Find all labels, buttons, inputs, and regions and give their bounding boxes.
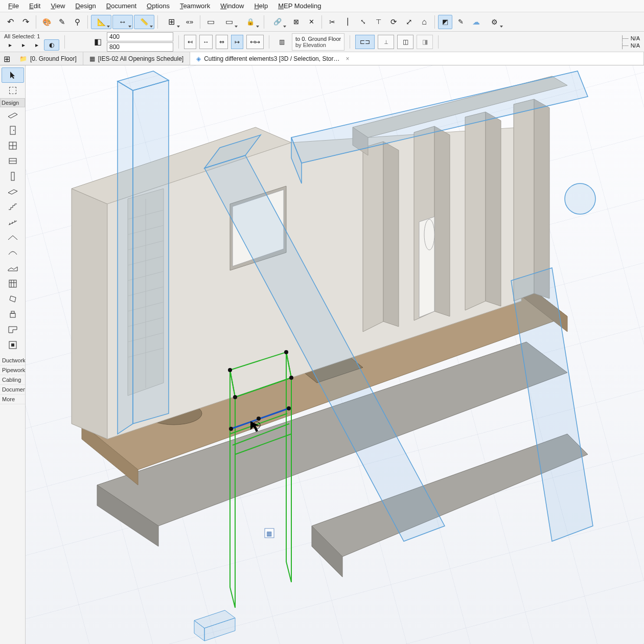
story-icon-button[interactable]: ▥: [274, 35, 289, 49]
opening-tool[interactable]: [2, 337, 24, 353]
svg-marker-47: [383, 142, 399, 327]
separator: [87, 15, 88, 29]
zone-tool[interactable]: [2, 322, 24, 337]
filter-button-1[interactable]: ▸: [4, 39, 16, 51]
menu-document[interactable]: Document: [101, 1, 142, 11]
grid-snap-button[interactable]: [161, 15, 181, 29]
geometry-method-4[interactable]: ◨: [417, 35, 433, 49]
svg-rect-13: [11, 311, 14, 313]
width-input[interactable]: 400: [107, 32, 173, 41]
flip-button[interactable]: ↤↦: [246, 35, 264, 49]
geometry-method-1[interactable]: ⊏⊐: [355, 35, 375, 49]
door-tool[interactable]: [2, 123, 24, 138]
slab-tool[interactable]: [2, 184, 24, 199]
filter-button-4[interactable]: ◐: [44, 39, 59, 51]
toolbox-ductwork[interactable]: Ductwork: [0, 356, 25, 365]
curtainwall-tool[interactable]: [2, 276, 24, 291]
wall-tool[interactable]: [2, 107, 24, 123]
status-a: N/A: [631, 35, 640, 41]
ruler-button[interactable]: [91, 15, 111, 29]
home-button[interactable]: [417, 15, 431, 29]
menu-edit[interactable]: Edit: [24, 1, 45, 11]
beam-tool[interactable]: [2, 169, 24, 184]
menu-help[interactable]: Help: [249, 1, 273, 11]
lock-button[interactable]: 🔒: [240, 15, 261, 29]
menu-view[interactable]: View: [45, 1, 70, 11]
geometry-method-3[interactable]: ◫: [397, 35, 413, 49]
toolbox-cabling[interactable]: Cabling: [0, 375, 25, 385]
align-left-button[interactable]: ↤: [184, 35, 196, 49]
marquee-tool[interactable]: [2, 83, 24, 98]
trim-button[interactable]: [325, 15, 339, 29]
svg-point-74: [233, 395, 237, 399]
break-button[interactable]: ✕: [304, 15, 318, 29]
stair-tool[interactable]: [2, 199, 24, 215]
tab-label: [IES-02 All Openings Schedule]: [98, 55, 183, 62]
svg-marker-45: [465, 112, 486, 310]
3d-viewport[interactable]: ▦: [26, 65, 644, 644]
box-button[interactable]: [203, 15, 218, 29]
railing-tool[interactable]: [2, 215, 24, 230]
filter-button-2[interactable]: ▸: [17, 39, 30, 51]
box-dropdown[interactable]: [219, 15, 239, 29]
menu-file[interactable]: File: [3, 1, 24, 11]
link-button[interactable]: [267, 15, 288, 29]
undo-button[interactable]: [3, 15, 17, 29]
measure-icon: «»: [186, 18, 193, 26]
redo-button[interactable]: [18, 15, 33, 29]
column-tool[interactable]: [2, 153, 24, 169]
morph-tool[interactable]: [2, 291, 24, 307]
align-both-button[interactable]: ⇔: [216, 35, 228, 49]
rotate-button[interactable]: [386, 15, 401, 29]
toolbox-document[interactable]: Document: [0, 385, 25, 395]
split-button[interactable]: ⎮: [340, 15, 355, 29]
snap-button[interactable]: [112, 15, 133, 29]
measure-button[interactable]: «»: [182, 15, 197, 29]
mesh-tool[interactable]: [2, 261, 24, 276]
roof-tool[interactable]: [2, 230, 24, 245]
tab-grid-button[interactable]: [0, 52, 13, 65]
menu-teamwork[interactable]: Teamwork: [175, 1, 215, 11]
svg-point-77: [257, 417, 261, 421]
svg-point-72: [284, 350, 288, 354]
dropdown-caret-icon: [177, 26, 180, 28]
arrow-tool[interactable]: [2, 67, 24, 83]
geometry-method-2[interactable]: ⟂: [378, 35, 394, 49]
tab-schedule[interactable]: ▦ [IES-02 All Openings Schedule]: [83, 52, 190, 65]
cloud-button[interactable]: [469, 15, 483, 29]
align-right-button[interactable]: ↦: [231, 35, 243, 49]
resize-button[interactable]: [402, 15, 416, 29]
align-center-button[interactable]: ↔: [199, 35, 213, 49]
wand-button[interactable]: [55, 15, 69, 29]
menu-options[interactable]: Options: [142, 1, 175, 11]
tab-3d-view[interactable]: ◈ Cutting different elements3 [3D / Sele…: [190, 52, 644, 65]
close-tab-button[interactable]: ×: [346, 55, 349, 62]
adjust-button[interactable]: ⤡: [356, 15, 370, 29]
dropper-icon: [75, 17, 80, 27]
dim-mode-button[interactable]: [90, 35, 105, 49]
shell-tool[interactable]: [2, 245, 24, 261]
settings-button[interactable]: [484, 15, 504, 29]
tab-ground-floor[interactable]: 📁 [0. Ground Floor]: [13, 52, 83, 65]
toolbar-info: All Selected: 1 ▸ ▸ ▸ ◐ 400 800 ↤ ↔ ⇔ ↦ …: [0, 32, 644, 52]
solid-ops-button[interactable]: ◩: [438, 15, 452, 29]
section-design[interactable]: Design: [0, 98, 25, 107]
guide-button[interactable]: 📏: [134, 15, 154, 29]
story-selector[interactable]: to 0. Ground Floor by Elevation: [292, 33, 344, 51]
suspend-button[interactable]: ⊠: [289, 15, 303, 29]
toolbox-pipework[interactable]: Pipework: [0, 365, 25, 375]
menu-mep-modeling[interactable]: MEP Modeling: [273, 1, 326, 11]
filter-button-3[interactable]: ▸: [31, 39, 43, 51]
favorites-button[interactable]: [39, 15, 54, 29]
svg-point-1: [13, 130, 14, 131]
window-tool[interactable]: [2, 138, 24, 153]
toolbox-more[interactable]: More: [0, 395, 25, 404]
dropdown-caret-icon: [150, 26, 153, 28]
menu-window[interactable]: Window: [215, 1, 249, 11]
menu-design[interactable]: Design: [70, 1, 101, 11]
pickup-button[interactable]: [70, 15, 84, 29]
modify-button[interactable]: ✎: [453, 15, 468, 29]
intersect-button[interactable]: ⊤: [371, 15, 385, 29]
height-input[interactable]: 800: [107, 42, 173, 52]
object-tool[interactable]: [2, 307, 24, 322]
